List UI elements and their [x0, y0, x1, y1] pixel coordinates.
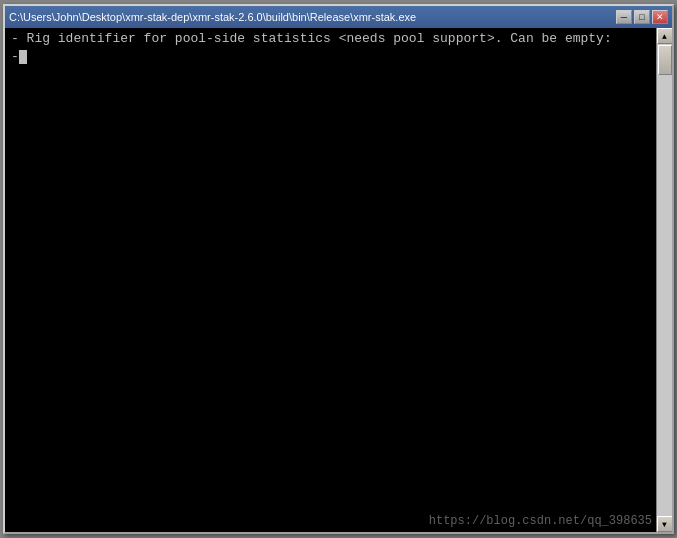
scrollbar-down-button[interactable]: ▼: [657, 516, 673, 532]
console-window: C:\Users\John\Desktop\xmr-stak-dep\xmr-s…: [3, 4, 674, 534]
scrollbar-track[interactable]: [657, 44, 672, 516]
close-button[interactable]: ✕: [652, 10, 668, 24]
console-content[interactable]: - Rig identifier for pool-side statistic…: [5, 28, 656, 532]
watermark: https://blog.csdn.net/qq_398635: [429, 514, 652, 528]
console-area: - Rig identifier for pool-side statistic…: [5, 28, 672, 532]
scrollbar-up-button[interactable]: ▲: [657, 28, 673, 44]
cursor: [19, 50, 27, 64]
scrollbar-thumb[interactable]: [658, 45, 672, 75]
title-bar: C:\Users\John\Desktop\xmr-stak-dep\xmr-s…: [5, 6, 672, 28]
scrollbar[interactable]: ▲ ▼: [656, 28, 672, 532]
maximize-button[interactable]: □: [634, 10, 650, 24]
cursor-prompt: -: [11, 49, 19, 64]
minimize-button[interactable]: ─: [616, 10, 632, 24]
title-bar-controls: ─ □ ✕: [616, 10, 668, 24]
console-line-1: - Rig identifier for pool-side statistic…: [11, 30, 650, 48]
title-bar-text: C:\Users\John\Desktop\xmr-stak-dep\xmr-s…: [9, 11, 416, 23]
cursor-line: -: [11, 48, 650, 66]
console-body: - Rig identifier for pool-side statistic…: [5, 28, 672, 532]
